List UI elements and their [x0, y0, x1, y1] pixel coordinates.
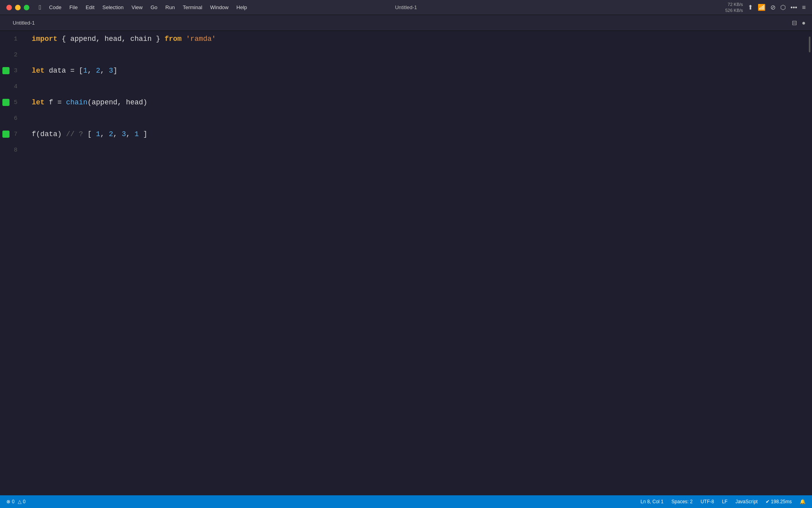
- menu-terminal[interactable]: Terminal: [180, 4, 205, 11]
- close-button[interactable]: [6, 5, 12, 10]
- code-line: [24, 110, 806, 126]
- tab-untitled[interactable]: Untitled-1: [6, 18, 41, 27]
- code-line: import { append, head, chain } from 'ram…: [24, 31, 806, 47]
- notification-icon[interactable]: 🔔: [800, 499, 806, 504]
- code-line: [24, 79, 806, 94]
- wifi-icon: 📶: [758, 4, 766, 11]
- line-number: 2: [10, 52, 24, 58]
- line-col-status[interactable]: Ln 8, Col 1: [640, 499, 663, 504]
- menu-window[interactable]: Window: [207, 4, 232, 11]
- code-line: [24, 47, 806, 63]
- vpn-icon: ⊘: [770, 4, 776, 11]
- tabbar: Untitled-1 ⊟ ●: [0, 15, 812, 31]
- spaces-status[interactable]: Spaces: 2: [672, 499, 693, 504]
- line-number: 4: [10, 83, 24, 90]
- tab-label: Untitled-1: [13, 20, 35, 26]
- warning-count: 0: [23, 499, 26, 504]
- network-status: 72 KB/s 526 KB/s: [725, 2, 743, 13]
- menu-help[interactable]: Help: [233, 4, 250, 11]
- gutter-row: 2: [0, 47, 24, 63]
- gutter-row: 1: [0, 31, 24, 47]
- encoding-status[interactable]: UTF-8: [701, 499, 714, 504]
- code-area[interactable]: import { append, head, chain } from 'ram…: [24, 31, 806, 495]
- statusbar-right: Ln 8, Col 1 Spaces: 2 UTF-8 LF JavaScrip…: [640, 499, 806, 504]
- finder-icon: ⬡: [780, 4, 786, 11]
- gutter-row: 7: [0, 126, 24, 142]
- line-number: 8: [10, 147, 24, 154]
- maximize-button[interactable]: [24, 5, 29, 10]
- language-status[interactable]: JavaScript: [735, 499, 758, 504]
- tab-icons: ⊟ ●: [792, 19, 806, 27]
- error-count: 0: [12, 499, 15, 504]
- window-title: Untitled-1: [395, 4, 417, 10]
- scrollbar-handle[interactable]: [809, 37, 810, 52]
- menu-file[interactable]: File: [66, 4, 81, 11]
- line-number: 1: [10, 36, 24, 42]
- line-number: 5: [10, 99, 24, 106]
- minimize-button[interactable]: [15, 5, 21, 10]
- statusbar-left: ⊗ 0 △ 0: [6, 499, 25, 504]
- menu-bar:  Code File Edit Selection View Go Run T…: [36, 3, 250, 12]
- gutter-row: 6: [0, 110, 24, 126]
- traffic-lights: [6, 5, 29, 10]
- eol-status[interactable]: LF: [722, 499, 728, 504]
- titlebar:  Code File Edit Selection View Go Run T…: [0, 0, 812, 15]
- line-number: 3: [10, 67, 24, 74]
- gutter-row: 3: [0, 63, 24, 79]
- statusbar: ⊗ 0 △ 0 Ln 8, Col 1 Spaces: 2 UTF-8 LF J…: [0, 495, 812, 508]
- menu-run[interactable]: Run: [162, 4, 178, 11]
- code-line: [24, 142, 806, 158]
- code-line: let data = [1, 2, 3]: [24, 63, 806, 79]
- line-number: 7: [10, 131, 24, 138]
- menu-view[interactable]: View: [128, 4, 146, 11]
- scrollbar[interactable]: [806, 31, 812, 495]
- code-line: let f = chain(append, head): [24, 94, 806, 110]
- more-icon[interactable]: •••: [791, 4, 797, 11]
- editor-container: 12345678 import { append, head, chain } …: [0, 31, 812, 495]
- list-icon[interactable]: ≡: [802, 4, 806, 11]
- apple-menu[interactable]: : [36, 3, 44, 12]
- line-number: 6: [10, 115, 24, 122]
- battery-icon: ⬆: [748, 4, 753, 11]
- timing-status[interactable]: ✔ 198.25ms: [766, 499, 792, 504]
- warning-icon: △: [18, 499, 21, 504]
- breakpoint-indicator[interactable]: [2, 67, 10, 74]
- menu-selection[interactable]: Selection: [99, 4, 126, 11]
- breakpoint-indicator[interactable]: [2, 131, 10, 138]
- error-icon: ⊗: [6, 499, 10, 504]
- split-editor-icon[interactable]: ⊟: [792, 19, 797, 27]
- gutter-row: 5: [0, 94, 24, 110]
- menu-code[interactable]: Code: [46, 4, 65, 11]
- menu-go[interactable]: Go: [147, 4, 161, 11]
- unsaved-indicator: ●: [802, 19, 806, 27]
- menu-edit[interactable]: Edit: [82, 4, 98, 11]
- gutter-row: 4: [0, 79, 24, 94]
- code-line: f(data) // ? [ 1, 2, 3, 1 ]: [24, 126, 806, 142]
- gutter: 12345678: [0, 31, 24, 495]
- errors-status[interactable]: ⊗ 0 △ 0: [6, 499, 25, 504]
- breakpoint-indicator[interactable]: [2, 99, 10, 106]
- gutter-row: 8: [0, 142, 24, 158]
- titlebar-left:  Code File Edit Selection View Go Run T…: [6, 3, 250, 12]
- titlebar-right: 72 KB/s 526 KB/s ⬆ 📶 ⊘ ⬡ ••• ≡: [725, 2, 806, 13]
